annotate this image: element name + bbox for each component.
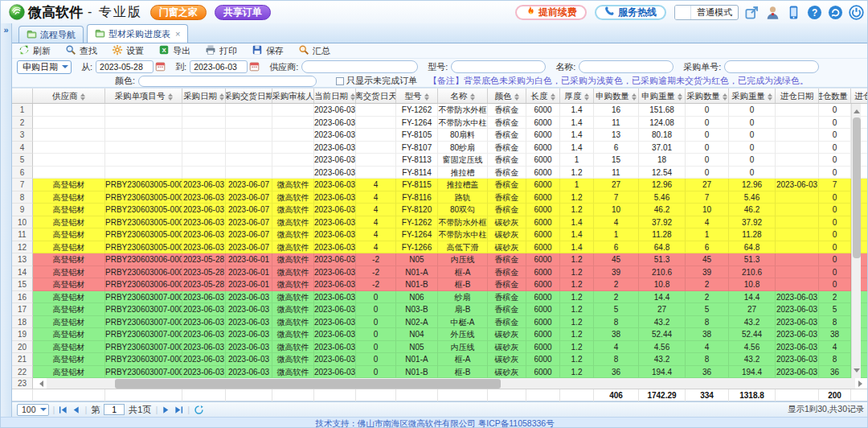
table-row[interactable]: 12023-06-03FY-1262不带防水外框香槟金60001.416151.… — [12, 104, 868, 117]
column-header-in_qty[interactable]: 进仓数量 — [819, 88, 851, 104]
column-header-length[interactable]: 长度 — [526, 88, 560, 104]
table-row[interactable]: 12高登铝材PRBY230603005-00062023-06-032023-0… — [12, 241, 868, 254]
expand-panel-icon[interactable]: » — [1, 25, 11, 35]
column-header-current_date[interactable]: 当前日期 — [314, 88, 356, 104]
grid-cell-color: 香槟金 — [488, 142, 526, 154]
table-row[interactable]: 20高登铝材PRBY230603007-00052023-06-032023-0… — [12, 341, 868, 354]
close-icon[interactable]: × — [175, 29, 180, 39]
table-row[interactable]: 32023-06-03FY-810580扇料香槟金60001.41380.180… — [12, 129, 868, 142]
calendar-icon[interactable] — [249, 61, 260, 73]
column-header-model[interactable]: 型号 — [396, 88, 438, 104]
reload-grid-icon[interactable] — [194, 405, 204, 415]
grid-cell-pur_qty: 38 — [686, 328, 729, 341]
table-row[interactable]: 22高登铝材PRBY230603007-00072023-06-032023-0… — [12, 366, 868, 379]
tab-0[interactable]: 流程导航 — [18, 26, 84, 43]
model-input[interactable] — [451, 60, 546, 73]
scroll-up-icon[interactable] — [854, 106, 860, 113]
grid-cell-pur_qty: 0 — [686, 104, 729, 117]
table-row[interactable]: 8高登铝材PRBY230603005-00022023-06-032023-06… — [12, 191, 868, 204]
name-input[interactable] — [579, 60, 674, 73]
table-row[interactable]: 17高登铝材PRBY230603007-00022023-06-032023-0… — [12, 303, 868, 316]
column-header-req_qty[interactable]: 申购数量 — [594, 88, 639, 104]
date-field-select[interactable]: 申购日期 — [17, 60, 72, 74]
column-header-color[interactable]: 颜色 — [488, 88, 526, 104]
scroll-left-icon[interactable] — [36, 381, 43, 387]
page-size-select[interactable]: 100 — [17, 404, 49, 416]
column-header-in_weight[interactable]: 进仓重量 — [851, 88, 868, 104]
user-icon[interactable] — [765, 5, 780, 20]
column-header-req_weight[interactable]: 申购重量 — [639, 88, 686, 104]
tab-1[interactable]: 型材采购进度表× — [87, 24, 188, 43]
only-unfinished-checkbox[interactable] — [336, 77, 344, 85]
table-row[interactable]: 10高登铝材PRBY230603005-00042023-06-032023-0… — [12, 216, 868, 229]
mobile-icon[interactable] — [786, 5, 801, 20]
help-icon[interactable]: ? — [807, 5, 822, 20]
grid-cell-req_qty: 6 — [594, 142, 639, 154]
grid-cell-in_date — [776, 253, 819, 266]
汇总-button[interactable]: 汇总 — [298, 44, 330, 57]
next-page-button[interactable] — [162, 405, 170, 414]
column-header-purchase_date[interactable]: 采购日期 — [182, 88, 226, 104]
导出-button[interactable]: X导出 — [158, 44, 190, 57]
reload-icon[interactable] — [828, 5, 843, 20]
vertical-scrollbar[interactable] — [851, 104, 861, 378]
external-link-icon[interactable] — [744, 5, 760, 20]
supplier-input[interactable] — [301, 60, 418, 73]
设置-button[interactable]: 设置 — [112, 44, 144, 57]
grid-cell-current_date: 2023-06-03 — [314, 316, 356, 329]
打印-button[interactable]: 打印 — [205, 44, 237, 57]
grid-cell-req_qty: 45 — [594, 253, 639, 266]
column-header-pur_qty[interactable]: 采购数量 — [686, 88, 729, 104]
table-row[interactable]: 42023-06-03FY-810780纱扇香槟金60001.4637.0100… — [12, 142, 868, 154]
table-row[interactable]: 16高登铝材PRBY230603007-00012023-06-032023-0… — [12, 291, 868, 304]
grid-cell-current_date: 2023-06-03 — [314, 278, 356, 291]
table-row[interactable]: 7高登铝材PRBY230603005-00012023-06-032023-06… — [12, 179, 868, 191]
door-home-button[interactable]: 门窗之家 — [150, 5, 207, 20]
column-header-order_no[interactable]: 采购单项目号 — [105, 88, 182, 104]
grid-cell-thickness: 1.2 — [560, 191, 594, 204]
west-collapsed-panel[interactable]: » — [1, 23, 12, 417]
刷新-button[interactable]: 刷新 — [18, 44, 51, 57]
top-header-bar: 微高软件 - 专业版 门窗之家 共享订单 提前续费 服务热线 普通模式 ? — [1, 1, 868, 23]
last-page-button[interactable] — [174, 405, 183, 414]
prev-page-button[interactable] — [72, 405, 80, 414]
vertical-scrollbar-thumb[interactable] — [853, 117, 861, 258]
table-row[interactable]: 11高登铝材PRBY230603005-00052023-06-032023-0… — [12, 228, 868, 241]
scroll-right-icon[interactable] — [858, 381, 866, 387]
mode-select[interactable]: 普通模式 — [674, 5, 739, 20]
page-number-input[interactable] — [104, 404, 125, 415]
table-row[interactable]: 52023-06-03FY-8113窗固定压线香槟金600011518000 — [12, 154, 868, 167]
grid-cell-in_qty: 38 — [819, 328, 851, 341]
horizontal-scrollbar-track[interactable] — [47, 378, 855, 389]
hotline-button[interactable]: 服务热线 — [595, 5, 666, 20]
po-input[interactable] — [724, 60, 819, 73]
column-header-supplier[interactable]: 供应商 — [33, 88, 105, 104]
column-header-pur_weight[interactable]: 采购重量 — [729, 88, 776, 104]
renew-button[interactable]: 提前续费 — [515, 5, 587, 20]
column-header-name[interactable]: 名称 — [438, 88, 488, 104]
grid-cell-auditor: 微高软件 — [272, 191, 314, 204]
table-row[interactable]: 9高登铝材PRBY230603005-00032023-06-032023-06… — [12, 204, 868, 216]
first-page-button[interactable] — [59, 405, 68, 414]
table-row[interactable]: 15高登铝材PRBY230603006-00032023-05-282023-0… — [12, 278, 868, 291]
calendar-icon[interactable] — [155, 61, 166, 73]
from-date-input[interactable] — [96, 60, 154, 73]
grid-cell-in_date: 2023-06-03 — [776, 366, 819, 379]
scroll-down-icon[interactable] — [854, 368, 860, 376]
table-row[interactable]: 19高登铝材PRBY230603007-00042023-06-032023-0… — [12, 328, 868, 341]
color-input[interactable] — [138, 76, 317, 87]
grid-cell-model: FY-1262 — [396, 104, 438, 117]
column-header-thickness[interactable]: 厚度 — [560, 88, 594, 104]
table-row[interactable]: 22023-06-03FY-1264不带防水中柱香槟金60001.411124.… — [12, 117, 868, 130]
horizontal-scrollbar-thumb[interactable] — [115, 379, 501, 389]
保存-button[interactable]: 保存 — [252, 44, 284, 57]
share-order-button[interactable]: 共享订单 — [215, 5, 271, 20]
table-row[interactable]: 13高登铝材PRBY230603006-00012023-05-282023-0… — [12, 253, 868, 266]
查找-button[interactable]: 查找 — [65, 44, 97, 57]
to-date-input[interactable] — [190, 60, 248, 73]
power-icon[interactable] — [849, 5, 864, 20]
table-row[interactable]: 62023-06-03FY-8114推拉槽香槟金60001.21112.5400… — [12, 167, 868, 179]
table-row[interactable]: 21高登铝材PRBY230603007-00062023-06-032023-0… — [12, 353, 868, 366]
table-row[interactable]: 18高登铝材PRBY230603007-00032023-06-032023-0… — [12, 316, 868, 329]
table-row[interactable]: 14高登铝材PRBY230603006-00022023-05-282023-0… — [12, 266, 868, 279]
